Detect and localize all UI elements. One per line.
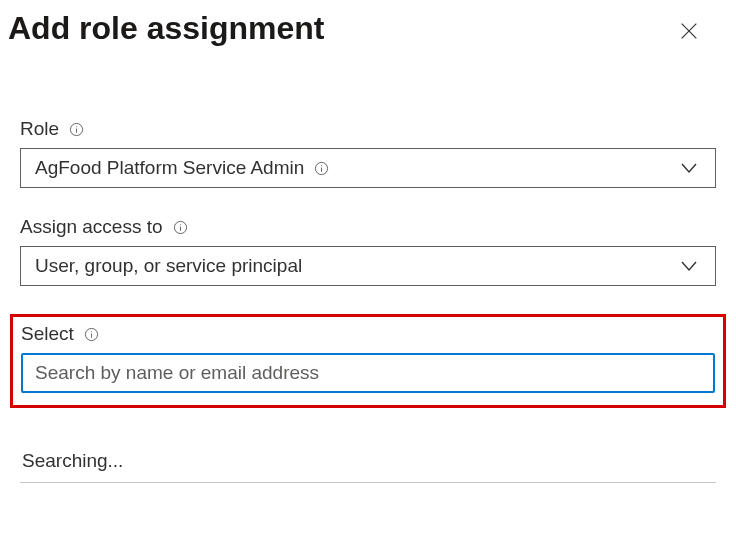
svg-point-3: [76, 126, 77, 127]
assign-access-dropdown-value: User, group, or service principal: [35, 255, 677, 277]
chevron-down-icon: [677, 254, 701, 278]
assign-access-field-group: Assign access to User, group, or service…: [20, 216, 716, 286]
info-icon[interactable]: [314, 161, 329, 176]
assign-access-value-text: User, group, or service principal: [35, 255, 302, 277]
role-dropdown[interactable]: AgFood Platform Service Admin: [20, 148, 716, 188]
select-highlight-annotation: Select: [10, 314, 726, 408]
svg-point-9: [180, 224, 181, 225]
role-value-text: AgFood Platform Service Admin: [35, 157, 304, 179]
form-body: Role AgFood Platform Service Admin: [0, 118, 736, 483]
close-icon: [678, 20, 700, 42]
svg-point-12: [91, 331, 92, 332]
info-icon[interactable]: [173, 220, 188, 235]
svg-point-6: [321, 165, 322, 166]
select-label: Select: [21, 323, 74, 345]
search-status-text: Searching...: [22, 450, 123, 471]
assign-access-label-row: Assign access to: [20, 216, 716, 238]
role-label-row: Role: [20, 118, 716, 140]
role-field-group: Role AgFood Platform Service Admin: [20, 118, 716, 188]
info-icon[interactable]: [69, 122, 84, 137]
info-icon[interactable]: [84, 327, 99, 342]
close-button[interactable]: [670, 12, 708, 54]
role-dropdown-value: AgFood Platform Service Admin: [35, 157, 677, 179]
panel-title: Add role assignment: [8, 8, 325, 50]
role-label: Role: [20, 118, 59, 140]
select-label-row: Select: [21, 323, 715, 345]
assign-access-dropdown[interactable]: User, group, or service principal: [20, 246, 716, 286]
select-search-input[interactable]: [21, 353, 715, 393]
panel-header: Add role assignment: [0, 0, 736, 54]
chevron-down-icon: [677, 156, 701, 180]
assign-access-label: Assign access to: [20, 216, 163, 238]
search-results-status-row: Searching...: [20, 450, 716, 483]
